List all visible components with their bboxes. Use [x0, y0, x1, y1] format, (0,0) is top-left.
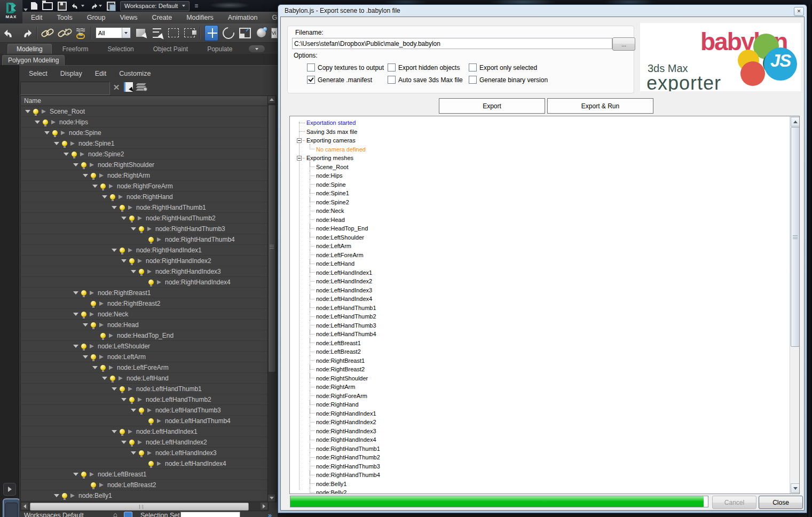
max-application-button[interactable]: MAX [0, 0, 23, 24]
undo-button[interactable] [72, 1, 84, 11]
explorer-menu-customize[interactable]: Customize [119, 70, 151, 77]
reference-coordinate-button[interactable] [255, 26, 267, 41]
lightbulb-icon[interactable] [120, 248, 125, 253]
expand-arrow-icon[interactable] [35, 121, 40, 124]
dialog-close-button[interactable]: ✕ [794, 7, 804, 16]
log-item[interactable]: node:LeftHandIndex4 [290, 295, 790, 304]
tree-row[interactable]: node:RightArm [21, 170, 268, 181]
scroll-down-icon[interactable] [791, 483, 800, 493]
log-item[interactable]: Exportation started [290, 118, 790, 128]
expand-arrow-icon[interactable] [25, 110, 30, 113]
undo-tool-button[interactable] [3, 26, 16, 41]
lightbulb-icon[interactable] [81, 162, 86, 168]
lightbulb-icon[interactable] [62, 141, 67, 146]
save-file-button[interactable] [58, 1, 67, 11]
log-item[interactable]: node:RightHandIndex4 [290, 435, 790, 444]
select-by-name-button[interactable] [151, 26, 163, 41]
log-item[interactable]: node:Head [290, 216, 790, 225]
log-item[interactable]: Exporting meshes [290, 154, 790, 163]
checkbox-option[interactable]: Export hidden objects [388, 63, 460, 71]
tree-row[interactable]: node:Neck [21, 309, 268, 320]
viewport-dropdown-fragment[interactable]: Vi [271, 28, 278, 38]
checkbox-unchecked[interactable] [388, 63, 396, 71]
overflow-chevron-icon[interactable]: » [268, 511, 272, 517]
log-item[interactable]: Exporting cameras [290, 136, 790, 145]
open-file-button[interactable] [42, 1, 53, 11]
explorer-menu-select[interactable]: Select [29, 70, 48, 77]
scroll-right-icon[interactable] [261, 503, 267, 510]
lightbulb-icon[interactable] [91, 354, 96, 360]
log-item[interactable]: node:LeftHandIndex3 [290, 286, 790, 295]
export-button[interactable]: Export [439, 98, 545, 114]
scroll-down-icon[interactable] [268, 495, 275, 502]
log-item[interactable]: node:RightBreast2 [290, 365, 790, 374]
log-item[interactable]: node:LeftHand [290, 259, 790, 268]
log-item[interactable]: No camera defined [290, 145, 790, 154]
bind-to-space-warp-button[interactable]: ≈≈≈ [74, 26, 87, 41]
ribbon-minimize-button[interactable] [249, 45, 265, 52]
tree-row[interactable]: node:LeftHandThumb1 [21, 384, 268, 394]
expand-arrow-icon[interactable] [73, 313, 78, 316]
log-item[interactable]: node:Spine [290, 180, 790, 189]
expand-arrow-icon[interactable] [131, 270, 136, 273]
log-item[interactable]: node:LeftHandThumb2 [290, 312, 790, 321]
lightbulb-icon[interactable] [100, 184, 106, 189]
tree-row[interactable]: node:Head [21, 320, 268, 330]
lightbulb-icon[interactable] [110, 194, 115, 200]
scale-tool-button[interactable] [239, 26, 251, 41]
lightbulb-icon[interactable] [91, 173, 96, 178]
tree-row[interactable]: node:RightHandThumb2 [21, 213, 268, 224]
checkbox-unchecked[interactable] [469, 76, 477, 84]
close-button[interactable]: Close [759, 496, 803, 509]
checkbox-unchecked[interactable] [307, 63, 315, 71]
lightbulb-icon[interactable] [100, 365, 106, 370]
log-item[interactable]: node:RightHandIndex3 [290, 427, 790, 436]
collapse-minus-icon[interactable] [297, 138, 302, 143]
tree-row[interactable]: node:Spine2 [21, 149, 268, 160]
select-none-icon[interactable] [124, 82, 133, 92]
lightbulb-icon[interactable] [72, 152, 77, 157]
lightbulb-icon[interactable] [33, 109, 38, 114]
log-item[interactable]: Scene_Root [290, 163, 790, 172]
toolbar-overflow-icon[interactable]: ≡ [194, 2, 198, 10]
expand-arrow-icon[interactable] [112, 206, 117, 209]
ribbon-tab-populate[interactable]: Populate [199, 44, 241, 54]
app-menu-dropdown-icon[interactable] [23, 9, 28, 11]
lightbulb-icon[interactable] [52, 130, 58, 136]
expand-arrow-icon[interactable] [112, 387, 117, 391]
expand-arrow-icon[interactable] [83, 174, 88, 177]
log-vertical-scrollbar[interactable] [790, 116, 799, 494]
rectangular-selection-region-button[interactable] [167, 26, 180, 41]
tree-row[interactable]: node:RightHand [21, 192, 268, 202]
lightbulb-icon[interactable] [120, 386, 125, 392]
lightbulb-icon[interactable] [91, 482, 96, 488]
checkbox-option[interactable]: Generate .manifest [307, 76, 372, 84]
log-item[interactable]: node:LeftHandIndex2 [290, 277, 790, 286]
browse-button[interactable]: ... [612, 37, 635, 51]
window-crossing-button[interactable] [183, 26, 196, 41]
lightbulb-icon[interactable] [148, 418, 154, 424]
expand-arrow-icon[interactable] [73, 163, 78, 166]
select-object-button[interactable] [135, 26, 147, 41]
tree-row[interactable]: node:Spine [21, 128, 268, 138]
workspace-selector[interactable]: Workspace: Default [120, 1, 190, 11]
layers-icon[interactable] [137, 83, 147, 91]
log-item[interactable]: node:Belly2 [290, 488, 790, 494]
menu-item-edit[interactable]: Edit [31, 14, 43, 21]
log-item[interactable]: node:LeftBreast1 [290, 339, 790, 348]
log-item[interactable]: node:RightArm [290, 383, 790, 392]
lightbulb-icon[interactable] [81, 472, 86, 477]
lightbulb-icon[interactable] [148, 237, 154, 242]
rotate-tool-button[interactable] [222, 26, 235, 41]
log-item[interactable]: node:LeftHandIndex1 [290, 268, 790, 277]
tree-row[interactable]: node:LeftArm [21, 352, 268, 362]
log-item[interactable]: node:LeftForeArm [290, 251, 790, 260]
select-and-link-button[interactable] [41, 26, 54, 41]
log-item[interactable]: node:RightHandIndex1 [290, 409, 790, 418]
redo-button[interactable] [89, 1, 102, 11]
tree-row[interactable]: node:RightHandThumb4 [21, 234, 268, 245]
lightbulb-icon[interactable] [120, 205, 125, 210]
lightbulb-icon[interactable] [110, 376, 115, 381]
lightbulb-icon[interactable] [100, 333, 106, 338]
tree-row[interactable]: node:RightHandIndex3 [21, 266, 268, 277]
